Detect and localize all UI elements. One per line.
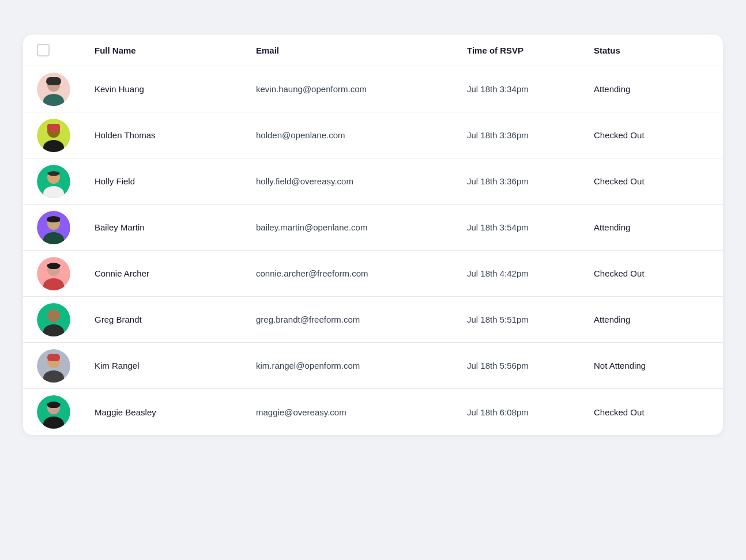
table-row[interactable]: Holly Field holly.field@overeasy.com Jul… bbox=[23, 158, 723, 205]
cell-time-kim: Jul 18th 5:56pm bbox=[467, 361, 594, 370]
cell-email-kim: kim.rangel@openform.com bbox=[256, 361, 467, 370]
column-header-status: Status bbox=[594, 46, 709, 55]
cell-status-kim: Not Attending bbox=[594, 361, 709, 370]
avatar-cell-maggie bbox=[37, 395, 95, 429]
cell-name-maggie: Maggie Beasley bbox=[95, 407, 256, 417]
cell-email-connie: connie.archer@freeform.com bbox=[256, 268, 467, 278]
avatar-kim bbox=[37, 349, 70, 383]
avatar-cell-connie bbox=[37, 257, 95, 290]
cell-status-holly: Checked Out bbox=[594, 176, 709, 186]
table-row[interactable]: Connie Archer connie.archer@freeform.com… bbox=[23, 251, 723, 297]
avatar-maggie bbox=[37, 395, 70, 429]
cell-name-holden: Holden Thomas bbox=[95, 130, 256, 140]
column-header-name: Full Name bbox=[95, 46, 256, 55]
avatar-greg bbox=[37, 303, 70, 336]
avatar-cell-kevin bbox=[37, 73, 95, 106]
cell-status-kevin: Attending bbox=[594, 84, 709, 94]
cell-time-kevin: Jul 18th 3:34pm bbox=[467, 84, 594, 94]
avatar-kevin bbox=[37, 73, 70, 106]
cell-time-holly: Jul 18th 3:36pm bbox=[467, 176, 594, 186]
rsvp-table: Full Name Email Time of RSVP Status Kevi… bbox=[23, 35, 723, 435]
svg-point-18 bbox=[47, 309, 60, 322]
table-row[interactable]: Holden Thomas holden@openlane.com Jul 18… bbox=[23, 112, 723, 158]
cell-status-bailey: Attending bbox=[594, 222, 709, 232]
svg-rect-3 bbox=[46, 77, 61, 85]
table-row[interactable]: Kevin Huang kevin.haung@openform.com Jul… bbox=[23, 66, 723, 112]
svg-rect-23 bbox=[47, 354, 60, 361]
table-row[interactable]: Greg Brandt greg.brandt@freeform.com Jul… bbox=[23, 297, 723, 343]
cell-email-kevin: kevin.haung@openform.com bbox=[256, 84, 467, 94]
avatar-holden bbox=[37, 119, 70, 152]
select-all-checkbox-cell[interactable] bbox=[37, 44, 95, 56]
cell-name-kevin: Kevin Huang bbox=[95, 84, 256, 94]
cell-status-greg: Attending bbox=[594, 315, 709, 324]
cell-name-greg: Greg Brandt bbox=[95, 315, 256, 324]
avatar-cell-greg bbox=[37, 303, 95, 336]
cell-time-holden: Jul 18th 3:36pm bbox=[467, 130, 594, 140]
cell-email-maggie: maggie@overeasy.com bbox=[256, 407, 467, 417]
cell-time-bailey: Jul 18th 3:54pm bbox=[467, 222, 594, 232]
avatar-connie bbox=[37, 257, 70, 290]
cell-email-holden: holden@openlane.com bbox=[256, 130, 467, 140]
select-all-checkbox[interactable] bbox=[37, 44, 50, 56]
table-row[interactable]: Bailey Martin bailey.martin@openlane.com… bbox=[23, 205, 723, 251]
avatar-cell-bailey bbox=[37, 211, 95, 244]
column-header-time: Time of RSVP bbox=[467, 46, 594, 55]
cell-status-holden: Checked Out bbox=[594, 130, 709, 140]
table-body: Kevin Huang kevin.haung@openform.com Jul… bbox=[23, 66, 723, 435]
avatar-cell-holly bbox=[37, 165, 95, 198]
svg-rect-7 bbox=[47, 124, 60, 131]
cell-name-bailey: Bailey Martin bbox=[95, 222, 256, 232]
cell-time-greg: Jul 18th 5:51pm bbox=[467, 315, 594, 324]
cell-time-maggie: Jul 18th 6:08pm bbox=[467, 407, 594, 417]
avatar-cell-holden bbox=[37, 119, 95, 152]
cell-email-greg: greg.brandt@freeform.com bbox=[256, 315, 467, 324]
cell-email-bailey: bailey.martin@openlane.com bbox=[256, 222, 467, 232]
table-header: Full Name Email Time of RSVP Status bbox=[23, 35, 723, 66]
table-row[interactable]: Kim Rangel kim.rangel@openform.com Jul 1… bbox=[23, 343, 723, 389]
avatar-bailey bbox=[37, 211, 70, 244]
table-row[interactable]: Maggie Beasley maggie@overeasy.com Jul 1… bbox=[23, 389, 723, 435]
cell-name-holly: Holly Field bbox=[95, 176, 256, 186]
cell-status-maggie: Checked Out bbox=[594, 407, 709, 417]
avatar-holly bbox=[37, 165, 70, 198]
cell-name-kim: Kim Rangel bbox=[95, 361, 256, 370]
cell-email-holly: holly.field@overeasy.com bbox=[256, 176, 467, 186]
column-header-email: Email bbox=[256, 46, 467, 55]
cell-time-connie: Jul 18th 4:42pm bbox=[467, 268, 594, 278]
cell-name-connie: Connie Archer bbox=[95, 268, 256, 278]
avatar-cell-kim bbox=[37, 349, 95, 383]
cell-status-connie: Checked Out bbox=[594, 268, 709, 278]
